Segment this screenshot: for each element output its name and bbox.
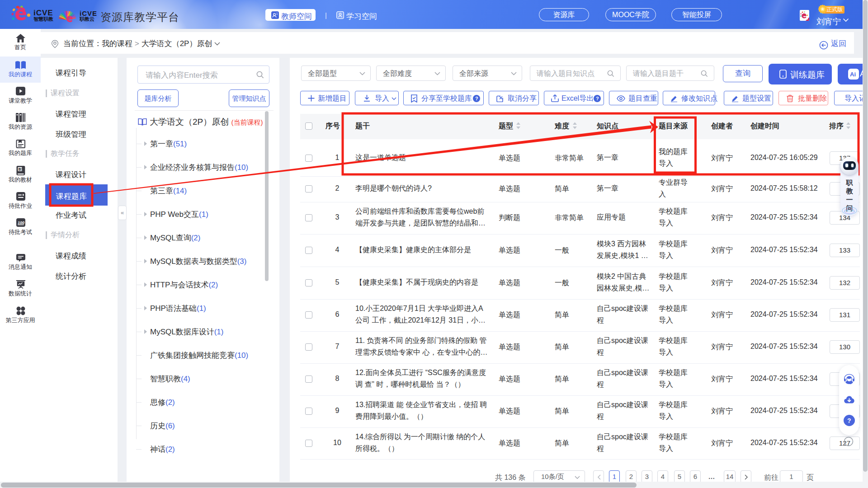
svg-text:?: ? [596, 96, 599, 101]
svg-text:100: 100 [18, 221, 24, 225]
svg-text:?: ? [847, 417, 851, 424]
svg-text:?: ? [475, 96, 478, 101]
svg-text:Ai: Ai [850, 71, 856, 78]
svg-text:数字: 数字 [19, 167, 25, 171]
